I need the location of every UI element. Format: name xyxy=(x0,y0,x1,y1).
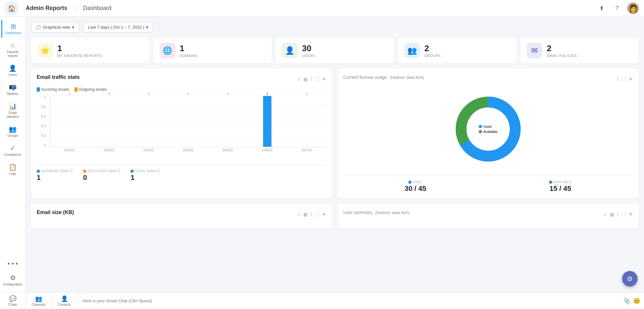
email-size-share-icon[interactable]: ⤴ xyxy=(310,212,312,217)
bar-group-1: 0 xyxy=(50,96,90,147)
email-size-fullscreen-icon[interactable]: ⛶ xyxy=(315,212,319,217)
groups-label: GROUPS xyxy=(424,54,441,58)
email-size-bar-icon[interactable]: ▦ xyxy=(303,212,308,217)
bottom-charts-row: Email size (KB) ⤢ ▦ ⤴ ⛶ 👁 User summary (… xyxy=(31,204,639,228)
donut-chart: Used Available xyxy=(450,90,527,168)
y-axis: 0 0.2 0.4 0.6 0.8 1 xyxy=(37,96,47,147)
header-divider xyxy=(75,4,75,13)
view-label: Graphical view xyxy=(43,25,70,30)
sidebar: ⊞ Dashboard ☆ Favorite reports 👤 Users 📭… xyxy=(0,17,26,292)
date-label: Last 7 days ( Oct 1 – 7, 2022 ) xyxy=(88,25,144,30)
bottom-nav-contacts[interactable]: 👤 Contacts xyxy=(52,293,77,309)
contacts-bottom-icon: 👤 xyxy=(61,295,68,302)
bottom-nav-chats[interactable]: 💬 Chats xyxy=(0,293,26,309)
donut-container: Used Available xyxy=(343,87,633,171)
sidebar-item-more[interactable]: • • • xyxy=(1,258,24,270)
stat-card-email-policies: ✉ 2 EMAIL POLICIES xyxy=(520,38,639,63)
user-summary-share-icon[interactable]: ⤴ xyxy=(617,212,619,217)
date-range-button[interactable]: Last 7 days ( Oct 1 – 7, 2022 ) ▾ xyxy=(83,22,153,33)
channels-bottom-label: Channels xyxy=(32,303,45,306)
bar-group-2: 0 xyxy=(90,96,129,147)
share-icon[interactable]: ⤴ xyxy=(310,77,312,82)
sidebar-item-mailbox[interactable]: 📭 Mailbox xyxy=(1,81,24,98)
dashboard-icon: ⊞ xyxy=(11,23,16,30)
bar-group-4: 0 xyxy=(168,96,208,147)
stat-card-favorite-reports: ⭐ 1 MY FAVORITE REPORTS xyxy=(31,38,149,63)
stat-info-groups: 2 GROUPS xyxy=(424,43,441,58)
expand-icon[interactable]: ⤢ xyxy=(297,77,301,82)
sidebar-item-dashboard[interactable]: ⊞ Dashboard xyxy=(1,20,24,38)
fab-settings-button[interactable]: ⚙ xyxy=(622,271,638,286)
sidebar-item-configuration[interactable]: ⚙ Configuration xyxy=(1,271,24,289)
bar-group-7: 0 xyxy=(287,96,327,147)
bottom-attachment-icon[interactable]: 📎 xyxy=(623,297,630,304)
mailbox-icon: 📭 xyxy=(9,83,17,91)
chart-legend-traffic: Incoming emails Outgoing emails xyxy=(37,87,327,92)
bottom-nav-channels[interactable]: 👥 Channels xyxy=(26,293,52,309)
more-icon: • • • xyxy=(7,260,18,267)
available-center-label: Available xyxy=(483,130,497,134)
sidebar-item-compliance[interactable]: ✓ Compliance xyxy=(1,142,24,159)
avatar[interactable]: 👩 xyxy=(627,3,639,14)
y-label-1: 1 xyxy=(37,96,46,99)
header-actions: ⬆ ? 👩 xyxy=(596,3,639,14)
sidebar-item-groups[interactable]: 👥 Groups xyxy=(1,123,24,140)
users-number: 30 xyxy=(302,43,315,53)
content-area: 🕐 Graphical view ▾ Last 7 days ( Oct 1 –… xyxy=(26,17,644,292)
sidebar-item-users[interactable]: 👤 Users xyxy=(1,62,24,80)
sidebar-label-compliance: Compliance xyxy=(4,153,21,157)
email-policies-stat-icon: ✉ xyxy=(527,43,542,58)
clock-icon: 🕐 xyxy=(36,25,41,30)
smart-chat-input[interactable] xyxy=(82,298,618,303)
outgoing-summary-value: 0 xyxy=(83,173,120,182)
sidebar-item-email-statistics[interactable]: 📊 Email statistics xyxy=(1,100,24,121)
upload-icon[interactable]: ⬆ xyxy=(596,3,607,14)
bar-chart-container: 0 0.2 0.4 0.6 0.8 1 xyxy=(37,96,327,160)
graphical-view-button[interactable]: 🕐 Graphical view ▾ xyxy=(31,22,79,33)
channels-bottom-icon: 👥 xyxy=(35,295,42,302)
sidebar-label-mailbox: Mailbox xyxy=(7,92,18,96)
charts-row: Email traffic stats ⤢ ▦ ⤴ ⛶ 👁 Incoming e… xyxy=(31,69,639,199)
email-policies-number: 2 xyxy=(547,43,577,53)
email-size-hide-icon[interactable]: 👁 xyxy=(322,212,327,217)
domains-number: 1 xyxy=(180,43,197,53)
bar-group-3: 0 xyxy=(129,96,168,147)
logo-icon[interactable]: 🏠 xyxy=(5,2,18,15)
incoming-summary: INCOMING EMAILS 1 xyxy=(37,169,73,182)
outgoing-legend: Outgoing emails xyxy=(74,87,107,92)
chart-actions-traffic: ⤢ ▦ ⤴ ⛶ 👁 xyxy=(297,77,327,82)
available-license-value: 15 / 45 xyxy=(549,184,571,193)
x-axis: 10/1/22 10/2/22 10/3/22 10/4/22 10/5/22 … xyxy=(50,147,327,152)
stat-info-email-policies: 2 EMAIL POLICIES xyxy=(547,43,577,58)
stats-cards: ⭐ 1 MY FAVORITE REPORTS 🌐 1 DOMAINS 👤 30… xyxy=(31,38,639,63)
stat-card-groups: 👥 2 GROUPS xyxy=(398,38,516,63)
y-label-02: 0.2 xyxy=(37,134,46,137)
donut-center-legend: Used Available xyxy=(479,125,497,134)
sidebar-label-favorite-reports: Favorite reports xyxy=(3,50,23,58)
sidebar-item-logs[interactable]: 📋 Logs xyxy=(1,161,24,178)
chat-input-area xyxy=(77,298,623,303)
user-summary-hide-icon[interactable]: 👁 xyxy=(629,212,633,217)
bar-chart-icon[interactable]: ▦ xyxy=(303,77,308,82)
outgoing-legend-dot xyxy=(74,87,78,92)
groups-number: 2 xyxy=(424,43,441,53)
main-layout: ⊞ Dashboard ☆ Favorite reports 👤 Users 📭… xyxy=(0,17,644,292)
user-summary-expand-icon[interactable]: ⤢ xyxy=(603,212,607,217)
license-fullscreen-icon[interactable]: ⛶ xyxy=(621,77,626,82)
hide-icon[interactable]: 👁 xyxy=(322,77,327,82)
groups-icon: 👥 xyxy=(9,125,17,133)
fullscreen-icon[interactable]: ⛶ xyxy=(315,77,319,82)
user-summary-fullscreen-icon[interactable]: ⛶ xyxy=(621,212,626,217)
license-summary-row: USED 30 / 45 AVAILABLE 15 / 45 xyxy=(343,175,633,193)
users-stat-icon: 👤 xyxy=(282,43,298,58)
license-hide-icon[interactable]: 👁 xyxy=(629,77,633,82)
total-summary-value: 1 xyxy=(130,173,159,182)
sidebar-item-favorite-reports[interactable]: ☆ Favorite reports xyxy=(1,39,24,61)
sidebar-label-groups: Groups xyxy=(7,134,18,138)
license-share-icon[interactable]: ⤴ xyxy=(617,77,619,82)
bottom-emoji-icon[interactable]: 😊 xyxy=(633,297,640,304)
email-size-expand-icon[interactable]: ⤢ xyxy=(297,212,301,217)
user-summary-bar-icon[interactable]: ▦ xyxy=(610,212,614,217)
help-icon[interactable]: ? xyxy=(612,3,622,14)
compliance-icon: ✓ xyxy=(10,144,15,152)
